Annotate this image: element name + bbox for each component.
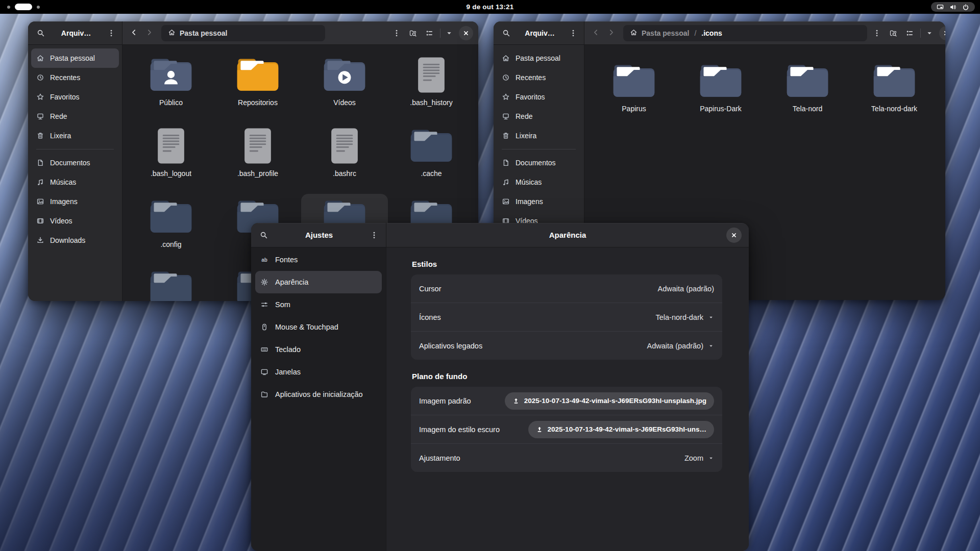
sidebar-item[interactable]: Favoritos (31, 87, 119, 107)
file-tile[interactable]: .cache (388, 123, 475, 194)
clock[interactable]: 9 de out 13:21 (0, 0, 980, 14)
file-tile[interactable]: .bash_logout (128, 123, 214, 194)
search-icon (260, 231, 268, 239)
file-chooser-button[interactable]: 2025-10-07-13-49-42-vimal-s-J69ERsG93hI-… (505, 392, 714, 410)
sidebar-item[interactable]: Favoritos (497, 87, 581, 107)
settings-sidebar-item[interactable]: ab Fontes (255, 248, 382, 271)
view-options-button[interactable] (924, 26, 935, 41)
sidebar-item[interactable]: Pasta pessoal (31, 48, 119, 68)
folder-search-icon (409, 29, 417, 37)
file-tile[interactable]: .bashrc (301, 123, 388, 194)
sidebar-item-icon (36, 132, 44, 140)
search-button[interactable] (256, 228, 272, 243)
sidebar-item[interactable]: Rede (31, 107, 119, 126)
file-tile[interactable]: Papirus (591, 58, 677, 129)
forward-button[interactable] (142, 26, 156, 40)
file-tile[interactable]: Tela-nord (764, 58, 851, 129)
view-toggle-button[interactable] (902, 26, 917, 41)
file-name: Papirus-Dark (700, 105, 742, 113)
settings-sidebar-item[interactable]: Teclado (255, 338, 382, 361)
sidebar-item[interactable]: Lixeira (497, 126, 581, 145)
search-button[interactable] (33, 26, 48, 41)
close-button[interactable] (939, 26, 945, 40)
settings-sidebar-item[interactable]: Janelas (255, 361, 382, 383)
sidebar-item[interactable]: Imagens (31, 192, 119, 211)
search-button[interactable] (499, 26, 514, 41)
files-left-sidebar-header: Arquiv… (28, 21, 122, 45)
sidebar-item[interactable]: Pasta pessoal (497, 48, 581, 68)
sidebar-item[interactable]: Documentos (497, 153, 581, 172)
sidebar-item-label: Pasta pessoal (50, 54, 95, 62)
home-icon (630, 29, 638, 38)
sidebar-item[interactable]: Imagens (497, 192, 581, 211)
settings-row[interactable]: Imagem padrão 2025-10-07-13-49-42-vimal-… (411, 387, 722, 415)
sidebar-item[interactable]: Vídeos (31, 211, 119, 231)
sidebar-item-icon (36, 93, 44, 101)
file-tile[interactable]: Vídeos (301, 52, 388, 123)
file-tile[interactable] (128, 265, 214, 301)
search-folder-button[interactable] (405, 26, 421, 41)
row-value: Tela-nord-dark (656, 313, 704, 321)
back-button[interactable] (589, 26, 603, 40)
sidebar-item[interactable]: Recentes (497, 68, 581, 87)
app-menu-button[interactable] (566, 26, 581, 41)
settings-row[interactable]: Cursor Adwaita (padrão) (411, 274, 722, 303)
sidebar-item[interactable]: Documentos (31, 153, 119, 172)
sidebar-item[interactable]: Rede (497, 107, 581, 126)
system-tray[interactable] (931, 2, 975, 12)
file-tile[interactable]: .bash_profile (214, 123, 301, 194)
settings-item-icon (260, 323, 268, 331)
path-bar[interactable]: Pasta pessoal / .icons (623, 25, 867, 41)
settings-row[interactable]: Aplicativos legados Adwaita (padrão) (411, 331, 722, 360)
path-bar[interactable]: Pasta pessoal (161, 25, 325, 41)
settings-item-icon (260, 345, 268, 354)
settings-row[interactable]: Imagem do estilo escuro 2025-10-07-13-49… (411, 415, 722, 443)
svg-text:ab: ab (261, 257, 267, 263)
view-toggle-button[interactable] (422, 26, 437, 41)
sidebar-item[interactable]: Músicas (497, 172, 581, 192)
background-card: Imagem padrão 2025-10-07-13-49-42-vimal-… (411, 387, 722, 472)
settings-row[interactable]: Ícones Tela-nord-dark (411, 303, 722, 331)
sidebar-item[interactable]: Recentes (31, 68, 119, 87)
list-view-icon (425, 29, 433, 37)
close-button[interactable] (459, 26, 473, 40)
app-menu-button[interactable] (366, 228, 382, 243)
files-left-header: Pasta pessoal (122, 21, 478, 45)
close-icon (943, 30, 945, 37)
breadcrumb-current[interactable]: .icons (701, 29, 722, 37)
file-tile[interactable]: Tela-nord-dark (851, 58, 938, 129)
file-tile[interactable]: Repositorios (214, 52, 301, 123)
file-tile[interactable]: .bash_history (388, 52, 475, 123)
settings-item-label: Teclado (275, 345, 301, 354)
settings-sidebar-item[interactable]: Aplicativos de inicialização (255, 383, 382, 406)
sidebar-item[interactable]: Downloads (31, 231, 119, 250)
desktop: 9 de out 13:21 Arquiv… Pasta pessoal (0, 0, 980, 551)
search-folder-button[interactable] (886, 26, 901, 41)
file-name: .bashrc (333, 169, 356, 178)
window-menu-button[interactable] (869, 26, 885, 41)
settings-row[interactable]: Ajustamento Zoom (411, 443, 722, 472)
window-menu-button[interactable] (389, 26, 404, 41)
back-button[interactable] (127, 26, 141, 40)
file-chooser-button[interactable]: 2025-10-07-13-49-42-vimal-s-J69ERsG93hI-… (528, 421, 714, 438)
app-menu-button[interactable] (104, 26, 119, 41)
sidebar-item-label: Lixeira (50, 132, 71, 140)
file-tile[interactable]: .config (128, 194, 214, 265)
file-tile[interactable]: Público (128, 52, 214, 123)
breadcrumb-root[interactable]: Pasta pessoal (642, 29, 689, 37)
sidebar-item[interactable]: Músicas (31, 172, 119, 192)
settings-sidebar-item[interactable]: Mouse & Touchpad (255, 316, 382, 338)
sidebar-item-label: Rede (516, 112, 532, 120)
file-name: Tela-nord (793, 105, 822, 113)
sidebar-item[interactable]: Lixeira (31, 126, 119, 145)
file-tile[interactable]: Papirus-Dark (677, 58, 764, 129)
page-title: Aparência (409, 231, 726, 239)
files-right-sidebar-header: Arquiv… (494, 21, 584, 45)
files-right-header: Pasta pessoal / .icons (584, 21, 945, 45)
forward-button[interactable] (604, 26, 618, 40)
sidebar-item-icon (36, 178, 44, 186)
settings-sidebar-item[interactable]: Som (255, 293, 382, 316)
settings-sidebar-item[interactable]: Aparência (255, 271, 382, 293)
view-options-button[interactable] (444, 26, 455, 41)
close-button[interactable] (726, 228, 742, 243)
